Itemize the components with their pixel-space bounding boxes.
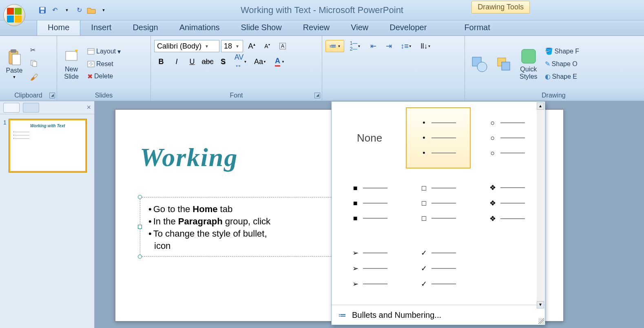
bullets-button[interactable]: ≔▼ (325, 40, 344, 52)
shrink-font-button[interactable]: A▾ (260, 40, 274, 52)
grow-font-icon: A▴ (248, 42, 255, 51)
redo-icon[interactable]: ↻ (73, 4, 85, 16)
bullet-option-circle[interactable]: ○ ○ ○ (475, 107, 539, 168)
font-dialog-launcher[interactable]: ◢ (314, 93, 320, 98)
panel-close-icon[interactable]: × (86, 103, 91, 112)
scroll-up-icon[interactable]: ▲ (537, 102, 544, 110)
tab-animations[interactable]: Animations (169, 20, 230, 35)
tab-developer[interactable]: Developer (379, 20, 437, 35)
tab-insert[interactable]: Insert (80, 20, 122, 35)
tab-review[interactable]: Review (292, 20, 341, 35)
tab-view[interactable]: View (340, 20, 379, 35)
clear-format-icon: A (279, 43, 286, 49)
copy-button[interactable] (28, 58, 41, 68)
strike-button[interactable]: abc (201, 55, 215, 68)
resize-grip-icon[interactable] (538, 318, 544, 324)
delete-button[interactable]: ✖Delete (85, 71, 123, 82)
bullets-dropdown: None • • • ○ ○ ○ ■ ■ ■ □ □ □ ❖ ❖ ❖ ➢ ➢ (331, 101, 545, 325)
shrink-font-icon: A▾ (264, 43, 270, 49)
bullet-line: To change the style of bullet, (148, 228, 352, 239)
clear-format-button[interactable]: A (276, 40, 290, 52)
shape-effects-button[interactable]: ◐Shape E (542, 71, 582, 82)
bullet-option-hollow-square[interactable]: □ □ □ (406, 173, 470, 234)
dropdown-scrollbar[interactable]: ▲ ▼ (537, 102, 544, 308)
tab-format[interactable]: Format (454, 20, 500, 35)
arrange-icon (495, 55, 512, 73)
font-color-button[interactable]: A▼ (271, 55, 289, 68)
grow-font-button[interactable]: A▴ (245, 40, 259, 52)
tab-home[interactable]: Home (37, 19, 80, 35)
increase-indent-button[interactable]: ⇥ (382, 40, 396, 52)
italic-button[interactable]: I (170, 55, 184, 68)
slides-tab-icon[interactable] (3, 103, 20, 113)
layout-button[interactable]: Layout ▾ (85, 47, 123, 57)
clipboard-dialog-launcher[interactable]: ◢ (49, 93, 55, 98)
bullet-option-check[interactable]: ✓ ✓ ✓ (406, 238, 470, 299)
bullet-option-square[interactable]: ■ ■ ■ (337, 173, 402, 234)
shapes-icon (471, 55, 488, 73)
bold-button[interactable]: B (154, 55, 168, 68)
bullet-option-arrow[interactable]: ➢ ➢ ➢ (337, 238, 402, 299)
cut-button[interactable]: ✂ (28, 45, 41, 55)
resize-handle[interactable] (138, 255, 142, 259)
decrease-indent-button[interactable]: ⇤ (366, 40, 380, 52)
group-drawing: Quick Styles 🪣Shape F ✎Shape O ◐Shape E … (465, 36, 644, 101)
shape-fill-button[interactable]: 🪣Shape F (542, 46, 582, 56)
office-button[interactable] (3, 4, 25, 26)
workspace: × 1 Working with Text • ——————• ——————• … (0, 101, 644, 328)
text-direction-button[interactable]: ll↓▼ (417, 40, 435, 52)
thumbnail-row: 1 Working with Text • ——————• ——————• ——… (0, 114, 94, 177)
copy-icon (30, 60, 38, 67)
svg-rect-2 (41, 11, 44, 13)
qat-more-icon[interactable]: ▼ (98, 4, 109, 16)
bucket-icon: 🪣 (545, 47, 553, 55)
group-font: Calibri (Body)▼ 18▼ A▴ A▾ A B I U abc S … (151, 36, 322, 101)
content-textbox[interactable]: Go to the Home tab In the Paragraph grou… (140, 197, 360, 257)
save-icon[interactable] (37, 4, 48, 16)
bullet-option-disc[interactable]: • • • (406, 107, 470, 168)
svg-rect-8 (66, 51, 77, 60)
ribbon: Paste ▼ ✂ 🖌 Clipboard ◢ New Slide Layout… (0, 36, 644, 101)
tab-design[interactable]: Design (122, 20, 168, 35)
underline-button[interactable]: U (185, 55, 199, 68)
list-icon: ≔ (338, 310, 346, 320)
svg-point-14 (477, 62, 487, 72)
line-spacing-button[interactable]: ↕≡▼ (397, 40, 415, 52)
bullet-option-diamond4[interactable]: ❖ ❖ ❖ (475, 173, 539, 234)
change-case-button[interactable]: Aa▼ (251, 55, 269, 68)
reset-button[interactable]: Reset (85, 59, 123, 69)
group-paragraph: ≔▼ 1—2—▼ ⇤ ⇥ ↕≡▼ ll↓▼ (322, 36, 465, 101)
quick-access-toolbar: ↶ ▼ ↻ ▼ (37, 4, 109, 16)
shape-outline-button[interactable]: ✎Shape O (542, 59, 582, 69)
shapes-button[interactable] (468, 54, 490, 74)
resize-handle[interactable] (138, 195, 142, 199)
scissors-icon: ✂ (30, 46, 35, 54)
scroll-down-icon[interactable]: ▼ (537, 301, 544, 308)
new-slide-button[interactable]: New Slide (60, 46, 82, 82)
office-logo-icon (7, 8, 22, 22)
quick-styles-button[interactable]: Quick Styles (517, 46, 540, 82)
arrange-button[interactable] (493, 54, 515, 74)
font-size-combo[interactable]: 18▼ (221, 40, 243, 52)
group-slides: New Slide Layout ▾ Reset ✖Delete Slides (57, 36, 151, 101)
char-spacing-button[interactable]: AV↔▼ (232, 55, 250, 68)
paste-button[interactable]: Paste ▼ (3, 47, 25, 81)
slide-thumbnail[interactable]: Working with Text • ——————• ——————• ————… (9, 119, 86, 172)
shadow-button[interactable]: S (216, 55, 230, 68)
tab-slideshow[interactable]: Slide Show (230, 20, 292, 35)
brush-icon: 🖌 (30, 73, 38, 82)
bullet-option-none[interactable]: None (337, 107, 402, 168)
spacing-icon: AV↔ (235, 53, 244, 70)
format-painter-button[interactable]: 🖌 (28, 71, 41, 83)
svg-rect-12 (88, 61, 94, 67)
font-name-combo[interactable]: Calibri (Body)▼ (154, 40, 219, 52)
outline-tab-icon[interactable] (23, 103, 39, 113)
resize-handle[interactable] (138, 225, 142, 229)
numbering-button[interactable]: 1—2—▼ (346, 40, 365, 52)
undo-icon[interactable]: ↶ (49, 4, 60, 16)
svg-rect-16 (502, 62, 510, 70)
open-icon[interactable] (86, 4, 97, 16)
bullets-numbering-menu-item[interactable]: ≔ Bullets and Numbering... (332, 305, 545, 325)
svg-rect-7 (33, 62, 37, 66)
qat-dropdown-icon[interactable]: ▼ (61, 4, 73, 16)
